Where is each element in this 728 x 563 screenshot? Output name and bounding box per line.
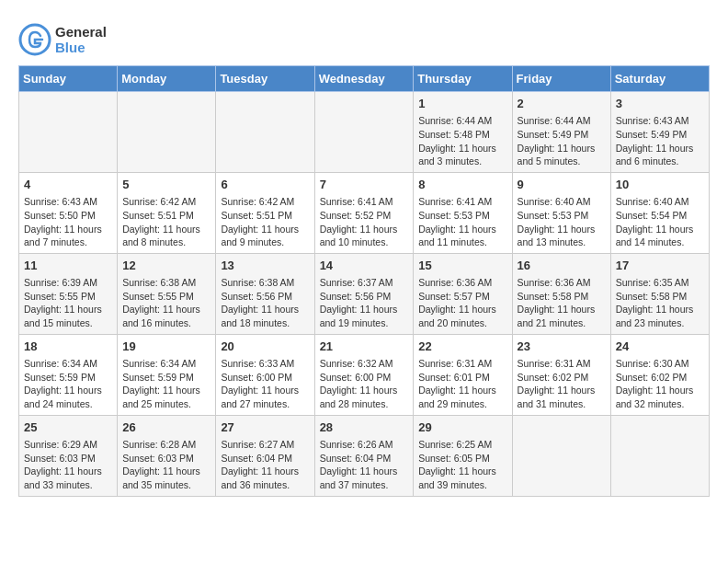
day-number: 18 — [24, 339, 112, 355]
day-number: 26 — [122, 419, 210, 436]
calendar-cell: 4Sunrise: 6:43 AMSunset: 5:50 PMDaylight… — [19, 172, 118, 253]
day-number: 15 — [418, 258, 506, 274]
day-info: Sunrise: 6:40 AMSunset: 5:54 PMDaylight:… — [616, 195, 704, 249]
day-info: Sunrise: 6:34 AMSunset: 5:59 PMDaylight:… — [122, 357, 210, 411]
day-number: 19 — [122, 339, 210, 355]
day-info: Sunrise: 6:41 AMSunset: 5:53 PMDaylight:… — [418, 195, 506, 249]
logo: GeneralBlue — [18, 23, 107, 56]
calendar-cell: 8Sunrise: 6:41 AMSunset: 5:53 PMDaylight… — [414, 172, 512, 253]
calendar-cell: 17Sunrise: 6:35 AMSunset: 5:58 PMDayligh… — [610, 253, 709, 334]
col-header-sunday: Sunday — [19, 66, 118, 92]
calendar-cell: 16Sunrise: 6:36 AMSunset: 5:58 PMDayligh… — [512, 253, 610, 334]
page-header: GeneralBlue — [18, 18, 710, 56]
day-number: 17 — [616, 258, 704, 274]
calendar-cell: 11Sunrise: 6:39 AMSunset: 5:55 PMDayligh… — [19, 253, 118, 334]
day-info: Sunrise: 6:44 AMSunset: 5:49 PMDaylight:… — [518, 114, 606, 168]
day-info: Sunrise: 6:42 AMSunset: 5:51 PMDaylight:… — [122, 195, 210, 249]
day-number: 14 — [320, 258, 409, 274]
day-number: 28 — [320, 419, 409, 436]
day-number: 21 — [320, 339, 409, 355]
col-header-wednesday: Wednesday — [314, 66, 414, 92]
calendar-cell: 7Sunrise: 6:41 AMSunset: 5:52 PMDaylight… — [314, 172, 414, 253]
calendar-cell — [118, 92, 216, 173]
day-number: 29 — [418, 419, 506, 436]
day-info: Sunrise: 6:33 AMSunset: 6:00 PMDaylight:… — [221, 357, 309, 411]
day-info: Sunrise: 6:38 AMSunset: 5:56 PMDaylight:… — [221, 276, 309, 330]
day-info: Sunrise: 6:43 AMSunset: 5:50 PMDaylight:… — [24, 195, 112, 249]
calendar-cell: 15Sunrise: 6:36 AMSunset: 5:57 PMDayligh… — [414, 253, 512, 334]
day-number: 4 — [24, 177, 112, 193]
day-number: 9 — [518, 177, 606, 193]
calendar-cell — [314, 92, 414, 173]
day-info: Sunrise: 6:40 AMSunset: 5:53 PMDaylight:… — [518, 195, 606, 249]
calendar-cell — [19, 92, 118, 173]
calendar-table: SundayMondayTuesdayWednesdayThursdayFrid… — [18, 65, 710, 497]
day-info: Sunrise: 6:32 AMSunset: 6:00 PMDaylight:… — [320, 357, 409, 411]
calendar-cell: 21Sunrise: 6:32 AMSunset: 6:00 PMDayligh… — [314, 334, 414, 415]
day-number: 13 — [221, 258, 309, 274]
calendar-cell: 6Sunrise: 6:42 AMSunset: 5:51 PMDaylight… — [216, 172, 314, 253]
day-number: 7 — [320, 177, 409, 193]
calendar-cell: 19Sunrise: 6:34 AMSunset: 5:59 PMDayligh… — [118, 334, 216, 415]
calendar-cell: 10Sunrise: 6:40 AMSunset: 5:54 PMDayligh… — [610, 172, 709, 253]
col-header-saturday: Saturday — [610, 66, 709, 92]
day-info: Sunrise: 6:31 AMSunset: 6:02 PMDaylight:… — [518, 357, 606, 411]
day-number: 24 — [616, 339, 704, 355]
calendar-cell: 29Sunrise: 6:25 AMSunset: 6:05 PMDayligh… — [414, 415, 512, 496]
calendar-cell: 28Sunrise: 6:26 AMSunset: 6:04 PMDayligh… — [314, 415, 414, 496]
day-info: Sunrise: 6:35 AMSunset: 5:58 PMDaylight:… — [616, 276, 704, 330]
calendar-cell: 13Sunrise: 6:38 AMSunset: 5:56 PMDayligh… — [216, 253, 314, 334]
day-number: 6 — [221, 177, 309, 193]
day-info: Sunrise: 6:31 AMSunset: 6:01 PMDaylight:… — [418, 357, 506, 411]
calendar-cell: 18Sunrise: 6:34 AMSunset: 5:59 PMDayligh… — [19, 334, 118, 415]
day-number: 3 — [616, 96, 704, 112]
col-header-tuesday: Tuesday — [216, 66, 314, 92]
calendar-cell — [216, 92, 314, 173]
day-info: Sunrise: 6:41 AMSunset: 5:52 PMDaylight:… — [320, 195, 409, 249]
calendar-cell: 1Sunrise: 6:44 AMSunset: 5:48 PMDaylight… — [414, 92, 512, 173]
day-info: Sunrise: 6:38 AMSunset: 5:55 PMDaylight:… — [122, 276, 210, 330]
calendar-cell: 26Sunrise: 6:28 AMSunset: 6:03 PMDayligh… — [118, 415, 216, 496]
day-info: Sunrise: 6:42 AMSunset: 5:51 PMDaylight:… — [221, 195, 309, 249]
day-info: Sunrise: 6:30 AMSunset: 6:02 PMDaylight:… — [616, 357, 704, 411]
calendar-cell: 14Sunrise: 6:37 AMSunset: 5:56 PMDayligh… — [314, 253, 414, 334]
day-info: Sunrise: 6:28 AMSunset: 6:03 PMDaylight:… — [122, 438, 210, 492]
day-number: 1 — [418, 96, 506, 112]
day-number: 11 — [24, 258, 112, 274]
day-number: 2 — [518, 96, 606, 112]
calendar-cell: 12Sunrise: 6:38 AMSunset: 5:55 PMDayligh… — [118, 253, 216, 334]
logo-blue: Blue — [55, 40, 107, 55]
day-info: Sunrise: 6:39 AMSunset: 5:55 PMDaylight:… — [24, 276, 112, 330]
calendar-cell — [512, 415, 610, 496]
col-header-monday: Monday — [118, 66, 216, 92]
calendar-cell: 2Sunrise: 6:44 AMSunset: 5:49 PMDaylight… — [512, 92, 610, 173]
day-number: 25 — [24, 419, 112, 436]
day-number: 27 — [221, 419, 309, 436]
day-number: 16 — [518, 258, 606, 274]
day-number: 23 — [518, 339, 606, 355]
day-info: Sunrise: 6:26 AMSunset: 6:04 PMDaylight:… — [320, 438, 409, 492]
calendar-cell: 24Sunrise: 6:30 AMSunset: 6:02 PMDayligh… — [610, 334, 709, 415]
day-number: 12 — [122, 258, 210, 274]
day-info: Sunrise: 6:25 AMSunset: 6:05 PMDaylight:… — [418, 438, 506, 492]
day-info: Sunrise: 6:34 AMSunset: 5:59 PMDaylight:… — [24, 357, 112, 411]
day-info: Sunrise: 6:37 AMSunset: 5:56 PMDaylight:… — [320, 276, 409, 330]
calendar-cell: 20Sunrise: 6:33 AMSunset: 6:00 PMDayligh… — [216, 334, 314, 415]
day-number: 5 — [122, 177, 210, 193]
calendar-cell: 27Sunrise: 6:27 AMSunset: 6:04 PMDayligh… — [216, 415, 314, 496]
day-number: 10 — [616, 177, 704, 193]
day-info: Sunrise: 6:43 AMSunset: 5:49 PMDaylight:… — [616, 114, 704, 168]
col-header-thursday: Thursday — [414, 66, 512, 92]
col-header-friday: Friday — [512, 66, 610, 92]
calendar-cell: 3Sunrise: 6:43 AMSunset: 5:49 PMDaylight… — [610, 92, 709, 173]
calendar-cell: 25Sunrise: 6:29 AMSunset: 6:03 PMDayligh… — [19, 415, 118, 496]
logo-svg — [18, 23, 51, 56]
day-number: 22 — [418, 339, 506, 355]
day-info: Sunrise: 6:29 AMSunset: 6:03 PMDaylight:… — [24, 438, 112, 492]
day-number: 8 — [418, 177, 506, 193]
day-info: Sunrise: 6:36 AMSunset: 5:58 PMDaylight:… — [518, 276, 606, 330]
calendar-cell — [610, 415, 709, 496]
day-info: Sunrise: 6:36 AMSunset: 5:57 PMDaylight:… — [418, 276, 506, 330]
day-info: Sunrise: 6:27 AMSunset: 6:04 PMDaylight:… — [221, 438, 309, 492]
calendar-cell: 5Sunrise: 6:42 AMSunset: 5:51 PMDaylight… — [118, 172, 216, 253]
